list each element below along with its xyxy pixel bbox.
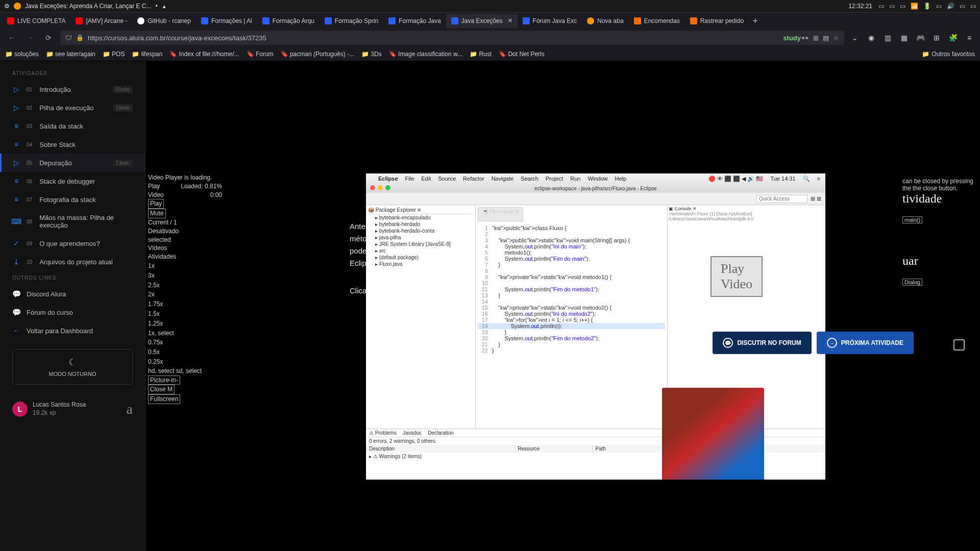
tree-node[interactable]: ▸ bytebank-encapsulado [368,214,473,221]
code-line[interactable]: 21 } [478,341,665,347]
playback-rate[interactable]: 0.25x [148,357,222,367]
sidebar-activity[interactable]: ⌨08Mãos na massa: Pilha de execução [0,209,145,234]
sidebar-activity[interactable]: ✓09O que aprendemos? [0,234,145,253]
package-explorer[interactable]: 📦 Package Explorer ✕ ▸ bytebank-encapsul… [366,205,476,429]
panel-tab[interactable]: Declaration [428,430,454,436]
browser-tab[interactable]: Formações | Al [196,14,257,28]
mute-button[interactable]: Mute [148,209,166,218]
sidebar-activity[interactable]: ≡06Stack de debugger [0,172,145,190]
bookmark-item[interactable]: 🔖 pacman (Português) -... [281,51,354,58]
playback-rate[interactable]: 1.75x [148,299,222,309]
playback-rate[interactable]: 1.25x [148,319,222,329]
code-line[interactable]: 2 [478,231,665,237]
qr-icon[interactable]: ⊞ [813,34,819,42]
bookmark-item[interactable]: 📁 lifespan [132,51,162,58]
forward-button[interactable]: → [23,31,37,44]
play-button[interactable]: Play [148,199,164,209]
browser-tab[interactable]: Java Exceções✕ [446,14,518,28]
panel-tab[interactable]: ⚠ Problems [369,430,397,436]
column-header[interactable]: Path [593,445,670,453]
code-line[interactable]: 19 } [478,329,665,335]
playback-rate[interactable]: 3x [148,271,222,281]
playback-rate[interactable]: 0.5x [148,347,222,357]
tray-icon[interactable]: ▭ [936,3,942,10]
menu-item[interactable]: Navigate [492,176,513,182]
playback-rate[interactable]: 0.75x [148,338,222,347]
sidebar-activity[interactable]: ▷01Introdução01min [0,80,145,98]
menu-item[interactable]: Help [615,176,627,182]
play-video-overlay[interactable]: Play Video [710,256,763,297]
menu-item[interactable]: Run [570,176,580,182]
column-header[interactable]: Description [366,445,514,453]
address-field[interactable]: 🛡 🔒 https://cursos.alura.com.br/course/j… [60,31,844,45]
panel-tab[interactable]: Javadoc [403,430,422,436]
browser-tab[interactable]: LIVE COMPLETA [2,14,70,28]
search-icon[interactable]: 🔍 [803,176,810,182]
discuss-forum-button[interactable]: 💬 DISCUTIR NO FORUM [713,332,811,354]
extension-icon[interactable]: 🎮 [915,32,926,43]
night-mode-toggle[interactable]: ☾ MODO NOTURNO [12,349,133,385]
bookmark-item[interactable]: 🔖 Forum [247,51,274,58]
code-line[interactable]: 20 System.out.println("Fim do metodo2"); [478,335,665,341]
pocket-icon[interactable]: ⌄ [849,32,861,43]
fullscreen-button[interactable]: Fullscreen [148,394,180,404]
code-line[interactable]: 11 System.out.println("Fim do metodo1"); [478,286,665,292]
shield-icon[interactable]: 🛡 [65,34,72,42]
playback-rate[interactable]: 2x [148,290,222,299]
browser-tab[interactable]: Formação Java [383,14,446,28]
browser-tab[interactable]: Nova aba [582,14,628,28]
browser-tab[interactable]: [AMV] Arcane - [70,14,132,28]
browser-tab[interactable]: Encomendas [629,14,685,28]
tray-icon[interactable]: ▭ [889,3,895,10]
close-button[interactable]: Close M [148,385,175,394]
browser-tab[interactable]: GitHub - rcanep [132,14,196,28]
code-line[interactable]: 15 "kw">private "kw">static "kw">void me… [478,305,665,311]
code-line[interactable]: 3 "kw">public "kw">static "kw">void main… [478,237,665,243]
extensions-icon[interactable]: 🧩 [947,32,959,43]
code-line[interactable]: 18 System.out.println(i); [478,323,665,329]
code-line[interactable]: 14 [478,298,665,305]
eclipse-toolbar[interactable]: ⊞ ⊞ [366,193,825,205]
extension-icon[interactable]: ◉ [866,32,877,43]
tree-node[interactable]: ▸ java-pilha [368,234,473,241]
playback-rate[interactable]: 1.5x [148,309,222,319]
browser-tab[interactable]: Formação Arqu [257,14,320,28]
lock-icon[interactable]: 🔒 [76,34,84,41]
bookmark-star-icon[interactable]: ☆ [833,34,839,42]
code-line[interactable]: 6 System.out.println("Fim do main"); [478,256,665,262]
tree-node[interactable]: ▸ (default package) [368,254,473,261]
menu-item[interactable]: File [405,176,414,182]
tray-icon[interactable]: 🔊 [947,3,954,10]
browser-tab[interactable]: Fórum Java Exc [518,14,582,28]
sidebar-activity[interactable]: ▷02Pilha de execução18min [0,98,145,117]
next-activity-button[interactable]: → PRÓXIMA ATIVIDADE [817,332,914,354]
tray-icon[interactable]: ▭ [878,3,884,10]
playback-rate[interactable]: 2.5x [148,281,222,290]
code-line[interactable]: 22} [478,347,665,354]
code-line[interactable]: 16 System.out.println("Ini do metodo2"); [478,311,665,317]
tray-icon[interactable]: ▭ [960,3,965,10]
menu-item[interactable]: Refactor [463,176,484,182]
sidebar-activity[interactable]: ⤓10Arquivos do projeto atual [0,253,145,271]
reader-icon[interactable]: ▤ [823,34,829,42]
column-header[interactable]: Resource [514,445,592,453]
other-bookmarks[interactable]: 📁 Outros favoritos [922,51,975,58]
menu-icon[interactable]: ≡ [817,176,820,182]
back-button[interactable]: ← [5,31,18,44]
menu-item[interactable]: Project [546,176,563,182]
window-menu-icon[interactable]: ▲ [162,4,167,9]
editor-tab[interactable]: ☕ Fluxo.java ✕ [478,207,523,221]
quick-access[interactable] [756,195,807,203]
playback-rate[interactable]: 1x, select [148,329,222,338]
bookmark-item[interactable]: 📁 soluções [5,51,39,58]
tray-icon[interactable]: ▭ [900,3,905,10]
pip-toggle[interactable] [953,339,965,350]
menu-item[interactable]: Window [587,176,607,182]
sidebar-icon[interactable]: ▥ [882,32,893,43]
bookmark-item[interactable]: 📁 see later/again [46,51,95,58]
tree-node[interactable]: ▸ bytebank-herdado [368,221,473,228]
code-line[interactable]: 5 metodo1(); [478,249,665,256]
tree-node[interactable]: ▸ Fluxo.java [368,261,473,267]
battery-icon[interactable]: 🔋 [923,3,931,10]
bookmark-item[interactable]: 🔖 Image classification w... [389,51,462,58]
